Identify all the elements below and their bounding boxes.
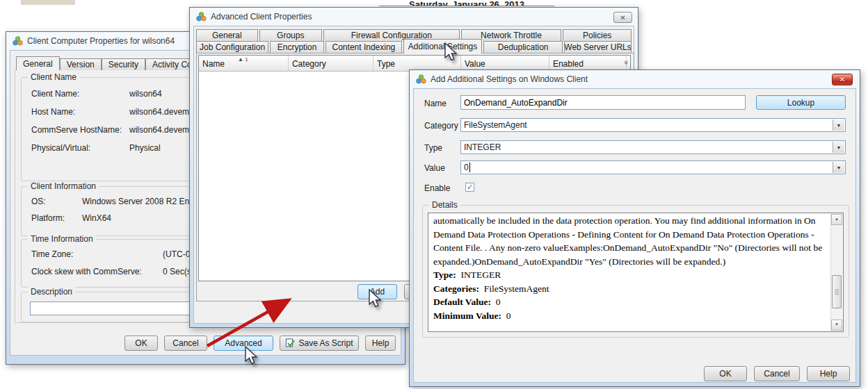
- column-label: Category: [292, 59, 326, 69]
- close-icon[interactable]: ✕: [613, 12, 632, 23]
- ok-button[interactable]: OK: [704, 366, 747, 381]
- app-icon: [196, 12, 207, 22]
- save-as-script-button[interactable]: Save As Script: [280, 336, 359, 351]
- chevron-down-icon[interactable]: ▼: [833, 119, 844, 131]
- cancel-button[interactable]: Cancel: [164, 336, 207, 351]
- advanced-button[interactable]: Advanced: [214, 336, 273, 351]
- field-label: Clock skew with CommServe:: [31, 267, 163, 278]
- value-label: Value: [424, 163, 445, 173]
- value-value: 0: [464, 163, 469, 172]
- field-value: WinX64: [82, 213, 111, 224]
- group-label: Details: [429, 200, 460, 210]
- help-button[interactable]: Help: [807, 366, 850, 381]
- column-label: Type: [377, 59, 395, 69]
- scroll-down-icon[interactable]: ▼: [831, 320, 842, 331]
- check-icon: ✓: [467, 183, 473, 191]
- advanced-dialog-title: Advanced Client Properties: [211, 12, 312, 22]
- dialog-add-additional-settings: Add Additional Settings on Windows Clien…: [409, 69, 860, 387]
- column-label: Name: [202, 59, 225, 69]
- script-icon: [285, 338, 295, 348]
- enable-checkbox[interactable]: ✓: [465, 183, 474, 192]
- type-combobox[interactable]: INTEGER ▼: [460, 140, 846, 154]
- column-label: Enabled: [553, 59, 584, 69]
- name-label: Name: [424, 99, 447, 108]
- add-button[interactable]: Add: [357, 284, 397, 299]
- details-property: Type: INTEGER: [433, 268, 826, 282]
- details-property: Minimum Value: 0: [433, 309, 826, 323]
- field-value: Physical: [129, 143, 161, 154]
- tab-version[interactable]: Version: [60, 58, 102, 70]
- column-header-name[interactable]: Name ▲ 1: [199, 56, 289, 71]
- ok-button[interactable]: OK: [124, 336, 158, 351]
- tab-general[interactable]: General: [196, 29, 258, 41]
- group-label: Description: [28, 287, 75, 297]
- field-label: Platform:: [31, 213, 82, 224]
- tab-policies[interactable]: Policies: [563, 29, 632, 41]
- help-button[interactable]: Help: [365, 336, 396, 351]
- field-value: Windows Server 2008 R2 Enterpr: [82, 197, 207, 208]
- scroll-up-icon[interactable]: ▲: [831, 214, 842, 225]
- details-textarea[interactable]: automatically be included in the data pr…: [428, 213, 844, 332]
- background-window-date: Saturday, January 26, 2013: [379, 0, 554, 6]
- column-header-value[interactable]: Value: [461, 56, 549, 71]
- details-property: Default Value: 0: [433, 295, 826, 309]
- tab-job-configuration[interactable]: Job Configuration: [196, 41, 268, 53]
- client-button-row: OK Cancel Advanced Save As Script Help: [124, 336, 396, 351]
- add-setting-dialog-body: Name Lookup Category FileSystemAgent ▼ T…: [413, 88, 856, 383]
- value-combobox[interactable]: 0 ▼: [460, 160, 846, 174]
- tab-additional-settings[interactable]: Additional Settings: [403, 39, 483, 53]
- advanced-tabstrip-row2: Job Configuration Encryption Content Ind…: [196, 41, 632, 53]
- column-header-spacer: »: [627, 56, 630, 71]
- app-icon: [13, 36, 23, 46]
- tab-security[interactable]: Security: [102, 58, 145, 70]
- tab-deduplication[interactable]: Deduplication: [483, 41, 563, 53]
- text-caret: [469, 163, 470, 172]
- column-header-type[interactable]: Type: [373, 56, 461, 71]
- app-icon: [416, 74, 426, 84]
- field-label: Client Name:: [31, 89, 129, 100]
- group-label: Time Information: [28, 234, 96, 244]
- thumb-grip: [835, 292, 839, 292]
- add-setting-dialog-titlebar[interactable]: Add Additional Settings on Windows Clien…: [410, 70, 860, 88]
- details-scrollbar[interactable]: ▲ ▼: [830, 214, 842, 331]
- close-icon[interactable]: ✕: [832, 74, 853, 85]
- type-value: INTEGER: [464, 142, 501, 152]
- field-label: Physical/Virtual:: [31, 143, 129, 154]
- field-label: CommServe HostName:: [31, 125, 129, 136]
- name-input[interactable]: [460, 95, 746, 110]
- cancel-button[interactable]: Cancel: [754, 366, 800, 381]
- field-label: Host Name:: [31, 107, 129, 118]
- column-overflow-icon[interactable]: »: [622, 60, 631, 65]
- category-value: FileSystemAgent: [464, 120, 527, 130]
- details-property: Categories: FileSystemAgent: [433, 282, 826, 296]
- tab-encryption[interactable]: Encryption: [270, 41, 324, 53]
- chevron-down-icon[interactable]: ▼: [833, 162, 844, 173]
- group-label: Client Name: [28, 72, 79, 82]
- details-group: Details automatically be included in the…: [422, 205, 849, 338]
- tab-groups[interactable]: Groups: [259, 29, 322, 41]
- details-paragraph: automatically be included in the data pr…: [433, 215, 822, 267]
- advanced-dialog-titlebar[interactable]: Advanced Client Properties: [190, 8, 638, 26]
- sort-ascending-icon: ▲ 1: [238, 56, 248, 63]
- client-dialog-title: Client Computer Properties for wilson64: [27, 36, 175, 46]
- field-label: Time Zone:: [31, 249, 163, 260]
- add-setting-dialog-title: Add Additional Settings on Windows Clien…: [431, 74, 588, 84]
- enable-label: Enable: [424, 183, 450, 193]
- tab-general[interactable]: General: [16, 56, 60, 70]
- tab-web-server-urls[interactable]: Web Server URLs: [564, 41, 632, 53]
- date-text: Saturday, January 26, 2013: [409, 0, 524, 6]
- field-label: OS:: [31, 197, 82, 208]
- background-window-fragment: [21, 0, 75, 5]
- chevron-down-icon[interactable]: ▼: [833, 142, 844, 153]
- save-as-script-label: Save As Script: [298, 338, 353, 348]
- column-header-enabled[interactable]: Enabled: [549, 56, 627, 71]
- desktop-background: Saturday, January 26, 2013 Client Comput…: [0, 0, 868, 389]
- tab-content-indexing[interactable]: Content Indexing: [326, 41, 402, 53]
- group-label: Client Information: [28, 181, 99, 191]
- lookup-button[interactable]: Lookup: [756, 95, 846, 110]
- client-tabstrip: General Version Security Activity Contro…: [16, 56, 215, 70]
- category-combobox[interactable]: FileSystemAgent ▼: [460, 118, 846, 132]
- scrollbar-thumb[interactable]: [832, 275, 842, 308]
- column-header-category[interactable]: Category: [289, 56, 373, 71]
- type-label: Type: [424, 143, 442, 153]
